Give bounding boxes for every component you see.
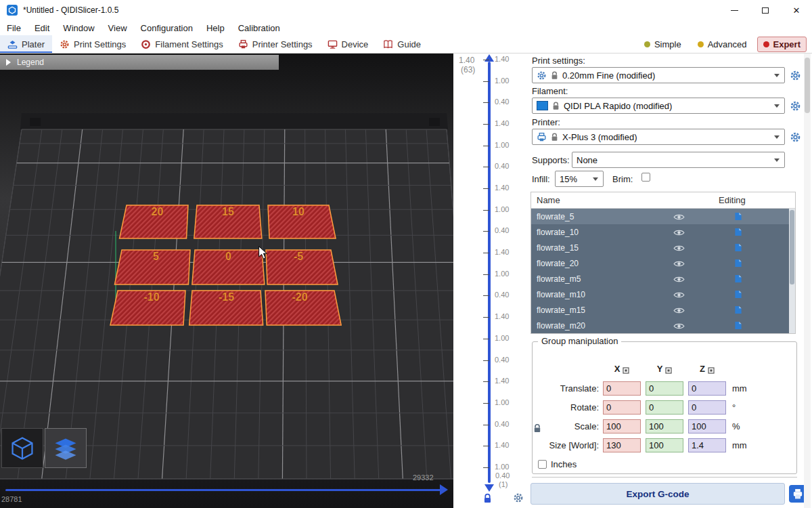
chevron-down-icon: [774, 135, 780, 139]
eye-icon[interactable]: [673, 213, 685, 220]
brim-checkbox[interactable]: [641, 173, 650, 182]
input-x[interactable]: 0: [603, 400, 641, 415]
edit-icon[interactable]: [734, 290, 742, 299]
close-button[interactable]: ✕: [781, 0, 812, 20]
view-preview-button[interactable]: [45, 428, 87, 468]
view-3d-editor-button[interactable]: [1, 428, 43, 468]
column-header-editing[interactable]: Editing: [719, 195, 746, 205]
object-row[interactable]: flowrate_20: [531, 255, 795, 271]
input-z[interactable]: 0: [688, 381, 726, 396]
menu-window[interactable]: Window: [56, 23, 101, 33]
layer-slider-top-thumb[interactable]: [484, 54, 494, 62]
inches-checkbox[interactable]: [538, 460, 547, 469]
layer-tick: [483, 124, 489, 125]
mode-simple[interactable]: Simple: [638, 37, 687, 52]
axis-box-icon[interactable]: [708, 366, 715, 373]
scrollbar-thumb[interactable]: [805, 58, 810, 113]
object-list-scrollbar[interactable]: [789, 209, 795, 333]
print-settings-gear-button[interactable]: [790, 70, 801, 81]
edit-icon[interactable]: [734, 259, 742, 268]
layer-tick-label: 1.00: [495, 77, 509, 85]
input-z[interactable]: 1.4: [688, 438, 726, 452]
minimize-button[interactable]: [719, 0, 750, 20]
layer-slider-settings-gear-icon[interactable]: [513, 492, 524, 503]
input-y[interactable]: 100: [646, 438, 683, 452]
menu-help[interactable]: Help: [200, 23, 231, 33]
manip-row-label: Size [World]:: [538, 440, 599, 450]
mode-expert[interactable]: Expert: [757, 37, 807, 52]
layer-lock-icon[interactable]: [483, 493, 492, 504]
sidebar-scrollbar[interactable]: [804, 54, 811, 508]
printer-combo[interactable]: X-Plus 3 (modified): [532, 129, 785, 145]
filament-combo[interactable]: QIDI PLA Rapido (modified): [532, 98, 785, 114]
menu-configuration[interactable]: Configuration: [134, 23, 200, 33]
layer-slider-bottom-thumb[interactable]: [484, 484, 494, 492]
input-z[interactable]: 100: [688, 419, 726, 433]
export-gcode-button[interactable]: Export G-code: [531, 483, 785, 505]
edit-icon[interactable]: [734, 321, 742, 330]
maximize-button[interactable]: [750, 0, 781, 20]
tab-device[interactable]: Device: [320, 35, 376, 53]
window-title: *Untitled - QIDISlicer-1.0.5: [23, 5, 118, 15]
input-y[interactable]: 100: [646, 419, 683, 433]
input-y[interactable]: 0: [646, 400, 683, 415]
plate-objects[interactable]: 20151050-5-10-15-20: [110, 205, 341, 325]
eye-icon[interactable]: [673, 322, 685, 329]
layer-tick-label: 1.40: [495, 119, 509, 127]
legend-bar[interactable]: Legend: [0, 55, 279, 70]
menu-view[interactable]: View: [102, 23, 134, 33]
edit-icon[interactable]: [734, 212, 742, 221]
eye-icon[interactable]: [673, 306, 685, 314]
eye-icon[interactable]: [673, 244, 685, 251]
tab-plater[interactable]: Plater: [0, 35, 52, 53]
tab-guide[interactable]: Guide: [376, 35, 428, 53]
object-row[interactable]: flowrate_15: [531, 240, 795, 255]
eye-icon[interactable]: [673, 275, 685, 282]
layer-tick-label: 0.40: [495, 98, 509, 106]
layer-tick: [483, 146, 489, 146]
edit-icon[interactable]: [734, 305, 742, 314]
edit-icon[interactable]: [734, 243, 742, 252]
viewport-3d[interactable]: 20151050-5-10-15-20 Legend 29332 28781: [0, 54, 453, 508]
moves-slider[interactable]: [5, 489, 442, 491]
tab-print-settings[interactable]: Print Settings: [52, 35, 133, 53]
input-y[interactable]: 0: [646, 381, 683, 396]
object-row[interactable]: flowrate_m5: [531, 271, 795, 287]
tab-filament-settings[interactable]: Filament Settings: [133, 35, 230, 53]
object-row[interactable]: flowrate_5: [531, 209, 795, 224]
menu-edit[interactable]: Edit: [28, 23, 56, 33]
input-x[interactable]: 100: [603, 419, 641, 433]
object-row[interactable]: flowrate_10: [531, 224, 795, 240]
object-row[interactable]: flowrate_m20: [531, 318, 795, 333]
layer-slider[interactable]: [488, 62, 491, 483]
eye-icon[interactable]: [673, 259, 685, 267]
uniform-scale-lock-icon[interactable]: [533, 423, 541, 433]
axis-box-icon[interactable]: [665, 366, 672, 373]
mode-advanced[interactable]: Advanced: [692, 37, 753, 52]
object-row[interactable]: flowrate_m10: [531, 287, 795, 302]
tab-printer-settings[interactable]: Printer Settings: [231, 35, 320, 53]
layer-tick: [483, 60, 489, 60]
input-z[interactable]: 0: [688, 400, 726, 415]
moves-slider-arrow-icon[interactable]: [440, 484, 448, 495]
object-row[interactable]: flowrate_m15: [531, 302, 795, 318]
edit-icon[interactable]: [734, 228, 742, 236]
supports-combo[interactable]: None: [572, 152, 785, 168]
axis-box-icon[interactable]: [623, 366, 629, 373]
printer-gear-button[interactable]: [790, 131, 801, 143]
column-header-name[interactable]: Name: [537, 195, 560, 205]
maximize-icon: [762, 7, 769, 14]
eye-icon[interactable]: [673, 228, 685, 236]
edit-icon[interactable]: [734, 274, 742, 283]
close-icon: ✕: [793, 5, 800, 16]
menu-calibration[interactable]: Calibration: [231, 23, 287, 33]
input-x[interactable]: 0: [603, 381, 641, 396]
menu-file[interactable]: File: [0, 23, 28, 33]
infill-combo[interactable]: 15%: [555, 171, 604, 187]
print-settings-combo[interactable]: 0.20mm Fine (modified): [532, 67, 785, 83]
scrollbar-thumb[interactable]: [790, 210, 794, 284]
filament-gear-button[interactable]: [790, 100, 801, 112]
eye-icon[interactable]: [673, 291, 685, 298]
supports-value: None: [577, 155, 597, 165]
input-x[interactable]: 130: [603, 438, 641, 452]
